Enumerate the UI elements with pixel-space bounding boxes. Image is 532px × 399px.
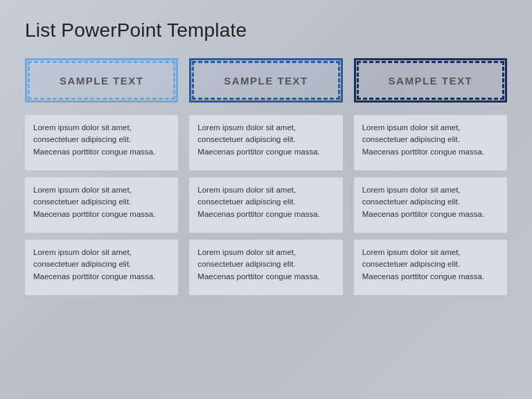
text-card-col1-item2: Lorem ipsum dolor sit amet, consectetuer… <box>25 177 178 233</box>
col-header-text-3: SAMPLE TEXT <box>389 75 473 87</box>
text-card-col2-item1: Lorem ipsum dolor sit amet, consectetuer… <box>189 115 342 170</box>
text-card-col3-item3: Lorem ipsum dolor sit amet, consectetuer… <box>354 240 507 295</box>
column-3: SAMPLE TEXTLorem ipsum dolor sit amet, c… <box>354 57 507 295</box>
col-header-box-1: SAMPLE TEXT <box>25 58 178 103</box>
text-card-col2-item2: Lorem ipsum dolor sit amet, consectetuer… <box>189 177 342 233</box>
col-header-box-3: SAMPLE TEXT <box>354 58 507 103</box>
text-card-content-col3-item1: Lorem ipsum dolor sit amet, consectetuer… <box>362 122 499 158</box>
text-card-col3-item2: Lorem ipsum dolor sit amet, consectetuer… <box>354 177 507 233</box>
col-header-text-1: SAMPLE TEXT <box>60 75 144 87</box>
text-card-content-col1-item1: Lorem ipsum dolor sit amet, consectetuer… <box>33 122 170 158</box>
text-card-content-col2-item2: Lorem ipsum dolor sit amet, consectetuer… <box>197 184 334 220</box>
column-1: SAMPLE TEXTLorem ipsum dolor sit amet, c… <box>25 57 178 295</box>
text-card-content-col1-item2: Lorem ipsum dolor sit amet, consectetuer… <box>33 184 170 220</box>
col-header-2: SAMPLE TEXT <box>189 57 342 104</box>
text-card-col2-item3: Lorem ipsum dolor sit amet, consectetuer… <box>189 240 342 295</box>
text-card-content-col2-item3: Lorem ipsum dolor sit amet, consectetuer… <box>197 247 334 283</box>
text-card-col3-item1: Lorem ipsum dolor sit amet, consectetuer… <box>354 115 507 170</box>
col-header-3: SAMPLE TEXT <box>354 57 507 104</box>
text-card-content-col3-item2: Lorem ipsum dolor sit amet, consectetuer… <box>362 184 499 220</box>
column-2: SAMPLE TEXTLorem ipsum dolor sit amet, c… <box>189 57 342 295</box>
text-card-content-col3-item3: Lorem ipsum dolor sit amet, consectetuer… <box>362 247 499 283</box>
columns-container: SAMPLE TEXTLorem ipsum dolor sit amet, c… <box>25 57 507 295</box>
col-header-1: SAMPLE TEXT <box>25 57 178 104</box>
page-title: List PowerPoint Template <box>25 19 507 42</box>
slide: List PowerPoint Template SAMPLE TEXTLore… <box>0 0 532 399</box>
text-card-content-col2-item1: Lorem ipsum dolor sit amet, consectetuer… <box>197 122 334 158</box>
text-card-col1-item1: Lorem ipsum dolor sit amet, consectetuer… <box>25 115 178 170</box>
col-header-box-2: SAMPLE TEXT <box>189 58 342 103</box>
col-header-text-2: SAMPLE TEXT <box>224 75 308 87</box>
text-card-col1-item3: Lorem ipsum dolor sit amet, consectetuer… <box>25 240 178 295</box>
text-card-content-col1-item3: Lorem ipsum dolor sit amet, consectetuer… <box>33 247 170 283</box>
